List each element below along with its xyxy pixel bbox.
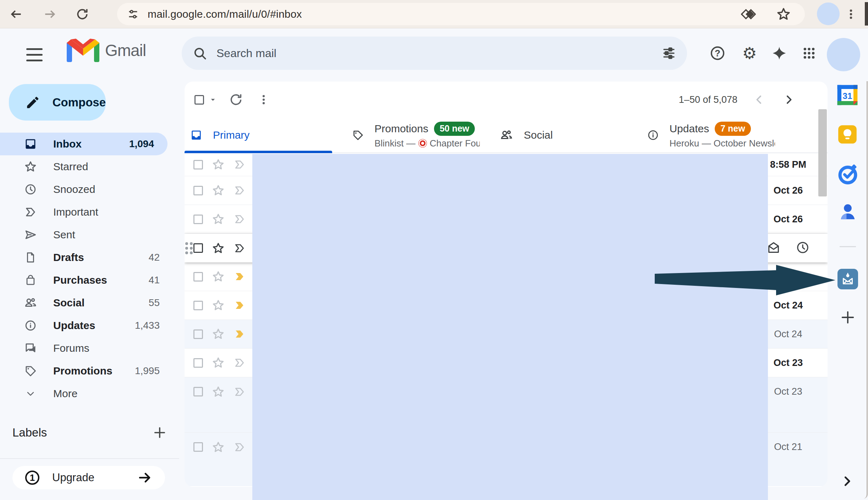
select-all-checkbox[interactable] (194, 95, 204, 105)
sidebar-item-more[interactable]: More (0, 382, 179, 405)
keep-app-button[interactable] (836, 123, 858, 145)
row-importance-button[interactable] (233, 386, 246, 398)
address-bar[interactable]: mail.google.com/mail/u/0/#inbox (117, 3, 805, 25)
google-apps-button[interactable] (795, 39, 823, 67)
row-importance-button[interactable] (233, 242, 246, 254)
row-star-button[interactable] (211, 241, 225, 255)
row-importance-button[interactable] (233, 271, 246, 283)
row-date: Oct 23 (774, 386, 802, 397)
browser-profile-avatar[interactable] (817, 2, 840, 25)
sidebar-item-count: 42 (149, 252, 160, 263)
tasks-app-button[interactable] (837, 163, 859, 185)
mail-addon-icon (837, 269, 858, 289)
snooze-button[interactable] (796, 240, 810, 256)
row-checkbox[interactable] (193, 160, 203, 170)
tab-promotions[interactable]: Promotions 50 new Blinkist —Chapter Fou.… (332, 118, 480, 152)
row-star-button[interactable] (211, 440, 225, 454)
redaction-overlay (252, 154, 768, 500)
row-star-button[interactable] (211, 158, 225, 171)
browser-refresh-button[interactable] (73, 5, 92, 23)
vertical-dots-icon (258, 94, 270, 106)
sidebar-item-purchases[interactable]: Purchases41 (0, 269, 179, 291)
mark-read-button[interactable] (767, 240, 781, 256)
sidebar-item-drafts[interactable]: Drafts42 (0, 246, 179, 269)
row-star-button[interactable] (211, 356, 225, 370)
more-options-button[interactable] (253, 89, 274, 110)
row-star-button[interactable] (211, 184, 225, 197)
create-label-button[interactable] (153, 426, 167, 440)
gemini-button[interactable] (765, 39, 793, 67)
svg-text:31: 31 (843, 91, 852, 101)
row-star-button[interactable] (211, 212, 225, 226)
browser-menu-button[interactable] (842, 5, 860, 23)
tab-updates[interactable]: Updates 7 new Heroku — October Newsle... (627, 118, 775, 152)
addon-app-button[interactable] (837, 269, 858, 289)
calendar-app-button[interactable]: 31 (835, 83, 859, 107)
support-button[interactable]: ? (704, 39, 731, 67)
search-input[interactable]: Search mail (216, 47, 661, 60)
refresh-list-button[interactable] (225, 89, 247, 110)
row-importance-button[interactable] (233, 299, 246, 311)
sidebar-item-social[interactable]: Social55 (0, 291, 179, 314)
browser-back-button[interactable] (7, 5, 26, 23)
drag-handle-icon[interactable] (185, 242, 193, 254)
keep-icon (836, 123, 858, 145)
back-arrow-icon (10, 7, 23, 21)
get-addons-button[interactable] (840, 309, 856, 326)
row-importance-button[interactable] (233, 328, 246, 340)
sidebar-item-label: Sent (53, 229, 75, 241)
row-checkbox[interactable] (193, 243, 203, 253)
row-checkbox[interactable] (193, 272, 203, 282)
newer-page-button[interactable] (753, 94, 765, 106)
row-star-button[interactable] (211, 299, 225, 312)
older-page-button[interactable] (783, 94, 795, 106)
main-menu-button[interactable] (21, 41, 48, 68)
reading-mode-icon[interactable] (741, 7, 756, 22)
row-checkbox[interactable] (193, 301, 203, 310)
row-importance-button[interactable] (233, 213, 246, 225)
sidebar-item-forums[interactable]: Forums (0, 337, 179, 360)
row-checkbox[interactable] (193, 387, 203, 396)
hide-side-panel-button[interactable] (840, 474, 854, 488)
upgrade-button[interactable]: 1 Upgrade (12, 466, 165, 489)
contacts-app-button[interactable] (837, 202, 858, 223)
site-settings-icon[interactable] (127, 8, 139, 20)
sidebar-item-important[interactable]: Important (0, 201, 179, 223)
row-importance-button[interactable] (233, 184, 246, 196)
account-avatar[interactable] (827, 38, 860, 71)
compose-button[interactable]: Compose (9, 84, 106, 121)
row-importance-button[interactable] (233, 357, 246, 369)
sidebar-item-label: Inbox (53, 138, 82, 150)
sidebar-item-inbox[interactable]: Inbox1,094 (0, 133, 167, 155)
sidebar-item-updates[interactable]: Updates1,433 (0, 314, 179, 337)
row-checkbox[interactable] (193, 186, 203, 195)
bookmark-star-icon[interactable] (776, 6, 791, 22)
tab-primary[interactable]: Primary (185, 118, 332, 152)
row-checkbox[interactable] (193, 358, 203, 368)
row-importance-button[interactable] (233, 441, 246, 453)
tab-social[interactable]: Social (480, 118, 627, 152)
sidebar-item-starred[interactable]: Starred (0, 155, 179, 178)
search-icon[interactable] (192, 46, 207, 61)
browser-forward-button[interactable] (40, 5, 59, 23)
sidebar-item-sent[interactable]: Sent (0, 223, 179, 246)
tab-snippet: Heroku — October Newsle... (669, 138, 775, 149)
row-checkbox[interactable] (193, 442, 203, 452)
row-star-button[interactable] (211, 270, 225, 283)
search-bar[interactable]: Search mail (182, 37, 687, 70)
settings-button[interactable]: ⚙ (736, 39, 763, 67)
sidebar-item-snoozed[interactable]: Snoozed (0, 178, 179, 201)
row-checkbox[interactable] (193, 329, 203, 339)
sidebar-item-promotions[interactable]: Promotions1,995 (0, 360, 179, 382)
list-scrollbar[interactable] (818, 109, 827, 196)
select-dropdown-icon[interactable] (208, 95, 218, 104)
row-star-button[interactable] (211, 327, 225, 341)
row-importance-button[interactable] (233, 159, 246, 171)
pagination-range: 1–50 of 5,078 (679, 94, 737, 105)
row-checkbox[interactable] (193, 215, 203, 224)
search-options-icon[interactable] (661, 46, 676, 61)
row-star-button[interactable] (211, 385, 225, 399)
star-toggle-icon (211, 184, 225, 197)
gear-icon: ⚙ (742, 45, 757, 61)
url-text[interactable]: mail.google.com/mail/u/0/#inbox (148, 8, 302, 20)
